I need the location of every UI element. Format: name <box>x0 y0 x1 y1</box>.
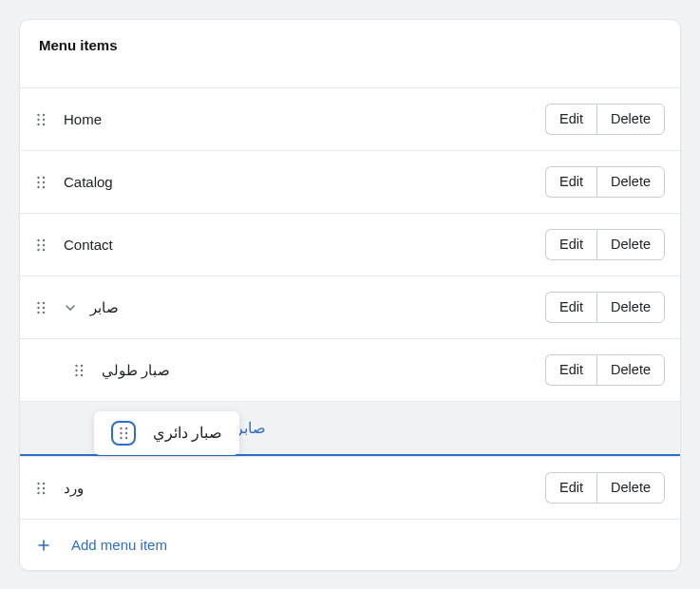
menu-item-label[interactable]: Contact <box>64 237 545 253</box>
chevron-down-icon[interactable] <box>64 301 77 314</box>
svg-point-23 <box>42 311 44 313</box>
svg-point-27 <box>80 369 82 370</box>
drag-handle-icon[interactable] <box>73 363 85 378</box>
svg-point-28 <box>75 373 77 375</box>
svg-point-30 <box>120 428 122 429</box>
menu-item-label[interactable]: Catalog <box>64 174 545 190</box>
row-actions: Edit Delete <box>545 292 665 323</box>
svg-point-7 <box>42 176 44 178</box>
row-actions: Edit Delete <box>545 166 665 198</box>
menu-item-row: Contact Edit Delete <box>20 213 680 276</box>
dragging-item-chip[interactable]: صبار دائري <box>94 411 239 455</box>
add-menu-item-label: Add menu item <box>71 537 167 553</box>
delete-button[interactable]: Delete <box>596 166 665 198</box>
menu-item-row: ورد Edit Delete <box>20 456 680 519</box>
svg-point-13 <box>42 238 44 240</box>
row-actions: Edit Delete <box>545 104 665 135</box>
drag-handle-icon[interactable] <box>35 481 47 496</box>
edit-button[interactable]: Edit <box>545 472 596 504</box>
svg-point-39 <box>42 486 44 488</box>
row-actions: Edit Delete <box>545 472 665 504</box>
svg-point-29 <box>80 373 82 375</box>
svg-point-3 <box>42 118 44 120</box>
svg-point-17 <box>42 248 44 250</box>
svg-point-31 <box>124 428 126 429</box>
svg-point-15 <box>42 243 44 245</box>
delete-button[interactable]: Delete <box>596 354 665 386</box>
svg-point-12 <box>37 238 39 240</box>
edit-button[interactable]: Edit <box>545 229 596 260</box>
svg-point-33 <box>124 432 126 434</box>
svg-point-0 <box>37 113 39 115</box>
svg-point-11 <box>42 185 44 187</box>
svg-point-4 <box>37 123 39 124</box>
svg-point-24 <box>75 364 77 366</box>
drag-handle-icon[interactable] <box>35 175 47 190</box>
svg-point-41 <box>42 491 44 493</box>
svg-point-32 <box>120 432 122 434</box>
menu-item-row: Catalog Edit Delete <box>20 150 680 213</box>
svg-point-1 <box>42 113 44 115</box>
svg-point-2 <box>37 118 39 120</box>
svg-point-36 <box>37 482 39 484</box>
menu-item-label[interactable]: صبار طولي <box>102 362 545 379</box>
svg-point-16 <box>37 248 39 250</box>
svg-point-34 <box>120 437 122 439</box>
card-title: Menu items <box>20 20 680 87</box>
edit-button[interactable]: Edit <box>545 166 596 198</box>
row-actions: Edit Delete <box>545 229 665 260</box>
menu-item-row: صابر Edit Delete <box>20 276 680 338</box>
svg-point-22 <box>37 311 39 313</box>
menu-items-card: Menu items Home Edit Delete Catalog Edit… <box>19 19 681 571</box>
dragging-item-label: صبار دائري <box>153 425 222 442</box>
menu-item-label[interactable]: صابر <box>90 299 545 316</box>
edit-button[interactable]: Edit <box>545 292 596 323</box>
svg-point-20 <box>37 306 39 308</box>
row-actions: Edit Delete <box>545 354 665 386</box>
drag-handle-icon[interactable] <box>35 300 47 315</box>
svg-point-37 <box>42 482 44 484</box>
drag-handle-icon[interactable] <box>111 421 136 446</box>
svg-point-6 <box>37 176 39 178</box>
svg-point-25 <box>80 364 82 366</box>
menu-item-row: Home Edit Delete <box>20 87 680 150</box>
svg-point-38 <box>37 486 39 488</box>
svg-point-8 <box>37 180 39 182</box>
menu-item-label[interactable]: Home <box>64 111 545 127</box>
svg-point-35 <box>124 437 126 439</box>
menu-item-label[interactable]: ورد <box>64 480 545 497</box>
edit-button[interactable]: Edit <box>545 104 596 135</box>
drop-target-row[interactable]: صابر د صبار دائري <box>20 401 680 456</box>
svg-point-21 <box>42 306 44 308</box>
drag-handle-icon[interactable] <box>35 238 47 253</box>
svg-point-40 <box>37 491 39 493</box>
svg-point-9 <box>42 180 44 182</box>
svg-point-19 <box>42 301 44 303</box>
delete-button[interactable]: Delete <box>596 104 665 135</box>
delete-button[interactable]: Delete <box>596 229 665 260</box>
delete-button[interactable]: Delete <box>596 292 665 323</box>
svg-point-10 <box>37 185 39 187</box>
svg-point-5 <box>42 123 44 124</box>
drag-handle-icon[interactable] <box>35 112 47 127</box>
svg-point-14 <box>37 243 39 245</box>
svg-point-26 <box>75 369 77 370</box>
menu-item-row-child: صبار طولي Edit Delete <box>20 338 680 401</box>
plus-icon <box>37 539 50 552</box>
add-menu-item-button[interactable]: Add menu item <box>20 519 680 570</box>
delete-button[interactable]: Delete <box>596 472 665 504</box>
svg-point-18 <box>37 301 39 303</box>
edit-button[interactable]: Edit <box>545 354 596 386</box>
